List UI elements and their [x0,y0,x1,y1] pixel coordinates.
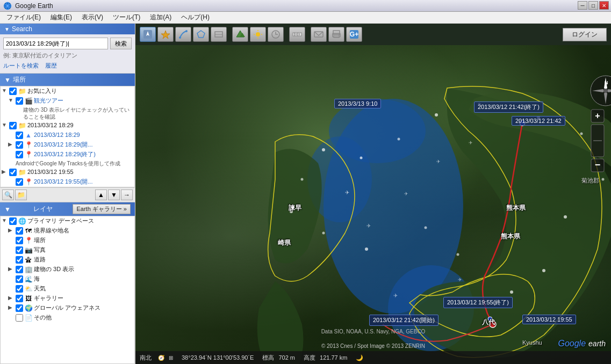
layer-checkbox[interactable] [16,304,23,312]
places-checkbox[interactable] [16,132,23,139]
chevron-right-icon: ▶ [8,294,15,302]
list-item[interactable]: ▼ 📁 2013/03/12 18:29 [1,121,134,130]
chevron-right-icon: ▶ [8,304,15,311]
list-item[interactable]: ▼ 🌐 プライマリ データベース [1,216,134,226]
compass-symbol: 🧭 [158,355,164,361]
global-icon: 🌍 [24,304,33,312]
login-button[interactable]: ログイン [563,28,607,41]
menu-view[interactable]: 表示(V) [77,12,107,23]
search-header[interactable]: ▼ Search [0,24,135,34]
layer-checkbox[interactable] [16,314,23,322]
search-input[interactable] [3,38,108,49]
overlay-tool-button[interactable] [211,27,227,42]
list-item[interactable]: ⛅ 天気 [1,284,134,294]
folder-icon: 📁 [18,121,26,130]
google-earth-logo: Google earth [558,338,606,349]
layer-checkbox[interactable] [16,275,23,283]
list-item[interactable]: ▶ 📁 2013/03/12 19:55 [1,168,134,177]
close-button[interactable]: ✕ [599,1,609,10]
search-button[interactable]: 検索 [110,38,132,49]
list-item[interactable]: 📄 その他 [1,313,134,323]
history-link[interactable]: 履歴 [45,62,57,70]
layer-checkbox[interactable] [16,227,23,235]
share-tool-button[interactable]: G+ [346,27,362,42]
list-item[interactable]: ▶ 🌍 グローバル アウェアネス [1,303,134,313]
path-tool-button[interactable] [175,27,191,42]
sun-tool-button[interactable] [250,27,266,42]
list-item[interactable]: 📍 2013/03/12 19:55(開... [1,177,134,187]
layer-checkbox[interactable] [16,266,23,273]
print-tool-button[interactable] [328,27,344,42]
list-item: AndroidでGoogle My Tracksを使用して作成 [1,159,134,168]
earth-gallery-button[interactable]: Earth ギャラリー » [73,204,131,214]
polygon-tool-button[interactable] [193,27,209,42]
list-item[interactable]: ▶ 🗺 境界線や地名 [1,226,134,236]
list-item: 建物の 3D 表示レイヤにチェックが入っていることを確認 [1,106,134,121]
places-checkbox[interactable] [16,97,23,105]
svg-point-33 [388,265,474,351]
list-item[interactable]: ▼ 📁 お気に入り [1,86,134,96]
history-tool-button[interactable] [268,27,284,42]
list-item[interactable]: ▼ 🎬 観光ツアー [1,96,134,106]
map-area[interactable]: G+ ログイン [135,24,611,364]
layer-checkbox[interactable] [9,217,17,225]
places-checkbox[interactable] [9,88,17,95]
list-item[interactable]: 🛣 道路 [1,255,134,265]
places-tree[interactable]: ▼ 📁 お気に入り ▼ 🎬 観光ツアー 建物の 3D 表示レイヤにチェックが入っ… [0,86,135,187]
list-item[interactable]: 🌊 海 [1,274,134,284]
search-places-button[interactable]: 🔍 [2,190,14,200]
elevation-value: 702 m [278,354,295,361]
layer-checkbox[interactable] [16,256,23,264]
menu-add[interactable]: 追加(A) [146,12,176,23]
layer-item-label: 場所 [34,236,46,244]
svg-point-7 [179,37,181,39]
layer-checkbox[interactable] [16,237,23,244]
list-item[interactable]: ▲ 2013/03/12 18:29 [1,130,134,140]
menu-file[interactable]: ファイル(E) [2,12,45,23]
altitude-value: 121.77 km [320,354,347,361]
places-checkbox[interactable] [9,122,17,129]
navigate-tool-button[interactable] [140,27,156,42]
svg-point-63 [591,76,611,106]
layers-tree[interactable]: ▼ 🌐 プライマリ データベース ▶ 🗺 境界線や地名 📍 場所 [0,216,135,364]
menu-tools[interactable]: ツール(T) [109,12,145,23]
layers-header[interactable]: ▼ レイヤ Earth ギャラリー » [0,202,135,216]
map-background[interactable]: ✈ ✈ ✈ ✈ ✈ ✈ ✈ N [135,45,611,364]
terrain-tool-button[interactable] [232,27,248,42]
list-item[interactable]: 📷 写真 [1,245,134,255]
move-down-button[interactable]: ▼ [108,190,120,200]
titlebar: Google Earth ─ □ ✕ [0,0,611,12]
route-search-link[interactable]: ルートを検索 [3,62,39,70]
layer-checkbox[interactable] [16,246,23,254]
list-item[interactable]: 📍 2013/03/12 18:29(終了) [1,150,134,159]
minimize-button[interactable]: ─ [578,1,587,10]
layer-checkbox[interactable] [16,295,23,302]
pin-tool-button[interactable] [157,27,174,42]
places-checkbox[interactable] [16,178,23,186]
places-checkbox[interactable] [9,169,17,176]
layer-checkbox[interactable] [16,285,23,293]
chevron-down-icon: ▼ [2,121,8,129]
svg-rect-26 [333,31,340,34]
list-item[interactable]: ▶ 🖼 ギャラリー [1,294,134,303]
window-controls: ─ □ ✕ [578,1,609,10]
menu-help[interactable]: ヘルプ(H) [177,12,214,23]
new-folder-button[interactable]: 📁 [15,190,27,200]
list-item[interactable]: ▶ 📍 2013/03/12 18:29(開... [1,140,134,150]
globe-icon: 🌐 [18,217,26,225]
menu-edit[interactable]: 編集(E) [46,12,76,23]
places-header[interactable]: ▼ 場所 [0,74,135,86]
places-checkbox[interactable] [16,151,23,158]
svg-point-54 [290,210,293,213]
move-up-button[interactable]: ▲ [95,190,107,200]
email-tool-button[interactable] [311,27,327,42]
ruler-tool-button[interactable] [289,27,305,42]
maximize-button[interactable]: □ [588,1,598,10]
layers-triangle-icon: ▼ [4,206,11,213]
list-item[interactable]: 📍 場所 [1,236,134,245]
places-checkbox[interactable] [16,141,23,149]
layer-item-label: 海 [34,275,40,283]
export-button[interactable]: → [121,190,133,200]
list-item[interactable]: ▶ 🏢 建物の 3D 表示 [1,265,134,274]
svg-point-43 [478,103,481,106]
